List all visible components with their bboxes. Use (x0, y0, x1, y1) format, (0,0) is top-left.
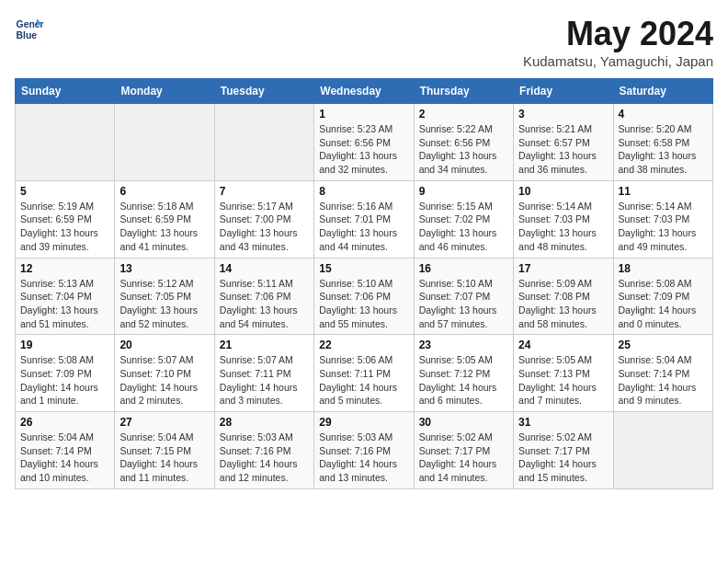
day-number: 17 (518, 262, 608, 275)
day-number: 13 (119, 262, 209, 275)
day-info: Sunrise: 5:17 AM Sunset: 7:00 PM Dayligh… (220, 200, 309, 254)
calendar-cell: 14Sunrise: 5:11 AM Sunset: 7:06 PM Dayli… (214, 258, 313, 335)
day-number: 22 (319, 339, 408, 351)
day-number: 23 (419, 339, 508, 351)
day-number: 21 (220, 339, 309, 351)
calendar-cell: 2Sunrise: 5:22 AM Sunset: 6:56 PM Daylig… (414, 104, 513, 181)
day-info: Sunrise: 5:23 AM Sunset: 6:56 PM Dayligh… (319, 122, 408, 177)
calendar-cell: 23Sunrise: 5:05 AM Sunset: 7:12 PM Dayli… (414, 335, 513, 412)
day-number: 29 (319, 416, 408, 429)
week-row-5: 26Sunrise: 5:04 AM Sunset: 7:14 PM Dayli… (16, 412, 713, 489)
day-number: 7 (220, 185, 309, 198)
day-info: Sunrise: 5:12 AM Sunset: 7:05 PM Dayligh… (119, 277, 209, 331)
day-info: Sunrise: 5:02 AM Sunset: 7:17 PM Dayligh… (518, 431, 608, 485)
day-info: Sunrise: 5:22 AM Sunset: 6:56 PM Dayligh… (419, 122, 508, 177)
day-number: 19 (20, 339, 109, 351)
calendar-cell: 3Sunrise: 5:21 AM Sunset: 6:57 PM Daylig… (514, 104, 613, 181)
day-info: Sunrise: 5:07 AM Sunset: 7:10 PM Dayligh… (119, 353, 209, 408)
logo: General Blue (15, 15, 44, 44)
day-number: 8 (319, 185, 408, 198)
day-info: Sunrise: 5:13 AM Sunset: 7:04 PM Dayligh… (20, 277, 109, 331)
day-number: 24 (518, 339, 608, 351)
week-row-3: 12Sunrise: 5:13 AM Sunset: 7:04 PM Dayli… (16, 258, 713, 335)
weekday-header-friday: Friday (514, 79, 613, 104)
day-info: Sunrise: 5:19 AM Sunset: 6:59 PM Dayligh… (20, 200, 109, 254)
calendar-cell: 17Sunrise: 5:09 AM Sunset: 7:08 PM Dayli… (514, 258, 613, 335)
logo-icon: General Blue (15, 15, 44, 44)
day-number: 10 (518, 185, 608, 198)
calendar-cell: 13Sunrise: 5:12 AM Sunset: 7:05 PM Dayli… (115, 258, 214, 335)
calendar-cell: 5Sunrise: 5:19 AM Sunset: 6:59 PM Daylig… (16, 180, 115, 258)
page-header: General Blue May 2024 Kudamatsu, Yamaguc… (15, 15, 713, 69)
title-area: May 2024 Kudamatsu, Yamaguchi, Japan (523, 15, 713, 69)
calendar-cell: 31Sunrise: 5:02 AM Sunset: 7:17 PM Dayli… (514, 412, 613, 489)
day-info: Sunrise: 5:08 AM Sunset: 7:09 PM Dayligh… (20, 353, 109, 408)
weekday-header-tuesday: Tuesday (214, 79, 313, 104)
calendar-cell: 8Sunrise: 5:16 AM Sunset: 7:01 PM Daylig… (314, 180, 414, 258)
day-number: 14 (220, 262, 309, 275)
day-info: Sunrise: 5:18 AM Sunset: 6:59 PM Dayligh… (119, 200, 209, 254)
day-info: Sunrise: 5:02 AM Sunset: 7:17 PM Dayligh… (419, 431, 508, 485)
calendar-cell: 28Sunrise: 5:03 AM Sunset: 7:16 PM Dayli… (214, 412, 313, 489)
calendar-cell: 16Sunrise: 5:10 AM Sunset: 7:07 PM Dayli… (414, 258, 513, 335)
calendar-cell: 11Sunrise: 5:14 AM Sunset: 7:03 PM Dayli… (613, 180, 712, 258)
day-info: Sunrise: 5:07 AM Sunset: 7:11 PM Dayligh… (220, 353, 309, 408)
day-info: Sunrise: 5:06 AM Sunset: 7:11 PM Dayligh… (319, 353, 408, 408)
calendar-cell: 7Sunrise: 5:17 AM Sunset: 7:00 PM Daylig… (214, 180, 313, 258)
calendar-cell: 26Sunrise: 5:04 AM Sunset: 7:14 PM Dayli… (16, 412, 115, 489)
day-info: Sunrise: 5:20 AM Sunset: 6:58 PM Dayligh… (619, 122, 708, 177)
week-row-4: 19Sunrise: 5:08 AM Sunset: 7:09 PM Dayli… (16, 335, 713, 412)
day-info: Sunrise: 5:16 AM Sunset: 7:01 PM Dayligh… (319, 200, 408, 254)
calendar-cell: 18Sunrise: 5:08 AM Sunset: 7:09 PM Dayli… (613, 258, 712, 335)
day-info: Sunrise: 5:14 AM Sunset: 7:03 PM Dayligh… (518, 200, 608, 254)
weekday-header-thursday: Thursday (414, 79, 513, 104)
calendar-cell (613, 412, 712, 489)
calendar-cell (214, 104, 313, 181)
day-number: 28 (220, 416, 309, 429)
weekday-header-saturday: Saturday (613, 79, 712, 104)
calendar-cell: 4Sunrise: 5:20 AM Sunset: 6:58 PM Daylig… (613, 104, 712, 181)
calendar-cell (16, 104, 115, 181)
day-number: 3 (518, 108, 608, 121)
week-row-2: 5Sunrise: 5:19 AM Sunset: 6:59 PM Daylig… (16, 180, 713, 258)
day-number: 12 (20, 262, 109, 275)
day-info: Sunrise: 5:10 AM Sunset: 7:06 PM Dayligh… (319, 277, 408, 331)
calendar-cell: 12Sunrise: 5:13 AM Sunset: 7:04 PM Dayli… (16, 258, 115, 335)
day-info: Sunrise: 5:21 AM Sunset: 6:57 PM Dayligh… (518, 122, 608, 177)
day-number: 16 (419, 262, 508, 275)
day-number: 15 (319, 262, 408, 275)
day-number: 5 (20, 185, 109, 198)
calendar-cell: 10Sunrise: 5:14 AM Sunset: 7:03 PM Dayli… (514, 180, 613, 258)
day-info: Sunrise: 5:11 AM Sunset: 7:06 PM Dayligh… (220, 277, 309, 331)
calendar-cell: 1Sunrise: 5:23 AM Sunset: 6:56 PM Daylig… (314, 104, 414, 181)
calendar-cell: 19Sunrise: 5:08 AM Sunset: 7:09 PM Dayli… (16, 335, 115, 412)
weekday-header-row: SundayMondayTuesdayWednesdayThursdayFrid… (16, 79, 713, 104)
day-info: Sunrise: 5:15 AM Sunset: 7:02 PM Dayligh… (419, 200, 508, 254)
calendar-cell: 6Sunrise: 5:18 AM Sunset: 6:59 PM Daylig… (115, 180, 214, 258)
day-info: Sunrise: 5:09 AM Sunset: 7:08 PM Dayligh… (518, 277, 608, 331)
weekday-header-wednesday: Wednesday (314, 79, 414, 104)
calendar-cell: 20Sunrise: 5:07 AM Sunset: 7:10 PM Dayli… (115, 335, 214, 412)
day-number: 25 (619, 339, 708, 351)
calendar-cell: 21Sunrise: 5:07 AM Sunset: 7:11 PM Dayli… (214, 335, 313, 412)
calendar-cell: 9Sunrise: 5:15 AM Sunset: 7:02 PM Daylig… (414, 180, 513, 258)
day-number: 31 (518, 416, 608, 429)
calendar-cell: 27Sunrise: 5:04 AM Sunset: 7:15 PM Dayli… (115, 412, 214, 489)
day-number: 6 (119, 185, 209, 198)
day-number: 9 (419, 185, 508, 198)
calendar-cell: 24Sunrise: 5:05 AM Sunset: 7:13 PM Dayli… (514, 335, 613, 412)
day-info: Sunrise: 5:04 AM Sunset: 7:15 PM Dayligh… (119, 431, 209, 485)
day-info: Sunrise: 5:03 AM Sunset: 7:16 PM Dayligh… (319, 431, 408, 485)
day-number: 26 (20, 416, 109, 429)
calendar-cell: 15Sunrise: 5:10 AM Sunset: 7:06 PM Dayli… (314, 258, 414, 335)
day-number: 27 (119, 416, 209, 429)
day-info: Sunrise: 5:10 AM Sunset: 7:07 PM Dayligh… (419, 277, 508, 331)
svg-text:Blue: Blue (17, 30, 38, 40)
calendar-cell: 25Sunrise: 5:04 AM Sunset: 7:14 PM Dayli… (613, 335, 712, 412)
day-number: 18 (619, 262, 708, 275)
day-info: Sunrise: 5:04 AM Sunset: 7:14 PM Dayligh… (619, 353, 708, 408)
calendar-cell (115, 104, 214, 181)
calendar-cell: 30Sunrise: 5:02 AM Sunset: 7:17 PM Dayli… (414, 412, 513, 489)
month-title: May 2024 (523, 15, 713, 53)
day-info: Sunrise: 5:03 AM Sunset: 7:16 PM Dayligh… (220, 431, 309, 485)
